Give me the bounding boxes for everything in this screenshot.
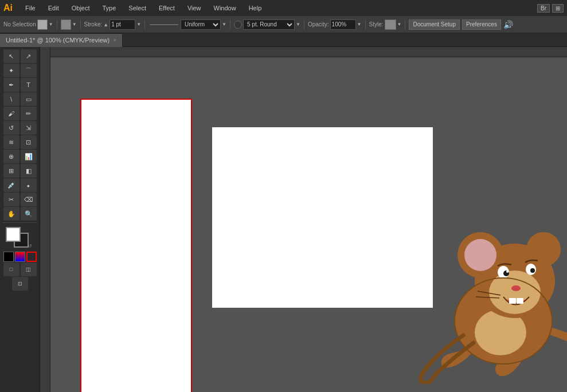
hand-tool[interactable]: ✋ <box>3 207 19 221</box>
tab-bar: Untitled-1* @ 100% (CMYK/Preview) × <box>0 33 567 47</box>
stroke-group: Stroke: ▲ ▼ <box>84 19 146 30</box>
svg-point-14 <box>511 285 521 291</box>
eraser-tool[interactable]: ⌫ <box>21 193 37 206</box>
screen-mode-btn[interactable]: ⊡ <box>12 277 28 291</box>
doc-setup-button[interactable]: Document Setup <box>409 19 460 30</box>
scissors-tool[interactable]: ✂ <box>3 193 19 206</box>
rect-tool[interactable]: ▭ <box>21 92 37 106</box>
line-tool[interactable]: \ <box>3 92 19 106</box>
zoom-tool[interactable]: 🔍 <box>21 207 37 221</box>
tool-row-7: ≋ ⊡ <box>3 135 37 149</box>
opacity-group: Opacity: ▼ <box>308 19 366 30</box>
pencil-tool[interactable]: ✏ <box>21 107 37 120</box>
horizontal-ruler <box>40 47 567 57</box>
stroke-label: Stroke: <box>84 21 103 28</box>
style-swatch[interactable] <box>385 19 396 30</box>
tool-row-6: ↺ ⇲ <box>3 121 37 135</box>
menu-object[interactable]: Object <box>69 3 92 13</box>
tab-close-button[interactable]: × <box>113 37 116 44</box>
workspace-icon[interactable]: ⊞ <box>552 4 564 13</box>
stroke-style-select[interactable]: Uniform <box>181 19 221 30</box>
tool-row-5: 🖌 ✏ <box>3 107 37 120</box>
jerry-illustration <box>389 212 567 384</box>
tab-title: Untitled-1* @ 100% (CMYK/Preview) <box>6 37 110 44</box>
svg-rect-16 <box>517 298 523 304</box>
column-graph-tool[interactable]: 📊 <box>21 150 37 163</box>
selection-label: No Selection <box>3 21 36 28</box>
tool-row-8: ⊕ 📊 <box>3 150 37 163</box>
ai-logo: Ai <box>3 3 13 13</box>
pen-tool[interactable]: ✒ <box>3 78 19 92</box>
menu-type[interactable]: Type <box>100 3 119 13</box>
menu-select[interactable]: Select <box>126 3 148 13</box>
stroke-style-group: Uniform ▼ <box>148 19 230 30</box>
selection-group: No Selection ▼ <box>3 19 57 30</box>
menu-effect[interactable]: Effect <box>157 3 177 13</box>
selection-tool[interactable]: ↖ <box>3 49 19 63</box>
scale-tool[interactable]: ⇲ <box>21 121 37 135</box>
toolbox: ↖ ↗ ✦ ⌒ ✒ T \ ▭ 🖌 ✏ ↺ ⇲ ≋ ⊡ ⊕ 📊 <box>0 47 40 392</box>
warp-tool[interactable]: ≋ <box>3 135 19 149</box>
stroke-up-arrow[interactable]: ▲ <box>103 22 108 28</box>
brush-dropdown[interactable]: ▼ <box>296 22 300 27</box>
free-transform-tool[interactable]: ⊡ <box>21 135 37 149</box>
gradient-swatch[interactable] <box>15 252 25 262</box>
normal-mode-btn[interactable]: □ <box>3 262 19 276</box>
eyedropper-tool[interactable]: 💉 <box>3 178 19 192</box>
svg-rect-15 <box>509 298 516 304</box>
canvas-area[interactable] <box>40 47 567 392</box>
mesh-tool[interactable]: ⊞ <box>3 164 19 178</box>
tool-row-11: ✂ ⌫ <box>3 193 37 206</box>
bridge-icon[interactable]: Br <box>537 4 550 13</box>
foreground-color-swatch[interactable] <box>6 227 21 242</box>
direct-selection-tool[interactable]: ↗ <box>21 49 37 63</box>
toolbar: No Selection ▼ ▼ Stroke: ▲ ▼ Uniform ▼ 5… <box>0 16 567 33</box>
color-dropdown[interactable]: ▼ <box>72 22 77 27</box>
preferences-button[interactable]: Preferences <box>462 19 501 30</box>
menu-help[interactable]: Help <box>247 3 264 13</box>
color-area: ↺ <box>6 227 34 250</box>
no-fill-swatch[interactable] <box>26 252 37 262</box>
style-dropdown[interactable]: ▼ <box>397 22 402 27</box>
menu-edit[interactable]: Edit <box>46 3 61 13</box>
fill-swatch[interactable] <box>37 19 48 30</box>
tool-row-1: ↖ ↗ <box>3 49 37 63</box>
svg-point-4 <box>464 239 496 271</box>
svg-point-10 <box>530 268 535 273</box>
none-swatch[interactable] <box>3 252 14 262</box>
view-mode-row: □ ◫ <box>3 262 37 276</box>
menu-file[interactable]: File <box>23 3 38 13</box>
fill-dropdown[interactable]: ▼ <box>49 22 53 27</box>
style-label: Style: <box>369 21 384 28</box>
artboard <box>80 99 192 392</box>
lasso-tool[interactable]: ⌒ <box>21 64 37 77</box>
magic-wand-tool[interactable]: ✦ <box>3 64 19 77</box>
gradient-tool[interactable]: ◧ <box>21 164 37 178</box>
draw-behind-btn[interactable]: ◫ <box>21 262 37 276</box>
menu-view[interactable]: View <box>185 3 204 13</box>
tool-row-3: ✒ T <box>3 78 37 92</box>
brush-select[interactable]: 5 pt. Round <box>243 19 295 30</box>
tool-row-10: 💉 ⬥ <box>3 178 37 192</box>
tool-divider <box>3 222 37 223</box>
opacity-dropdown[interactable]: ▼ <box>357 22 362 27</box>
stroke-input[interactable] <box>110 19 135 30</box>
stroke-style-dropdown[interactable]: ▼ <box>222 22 226 27</box>
document-tab[interactable]: Untitled-1* @ 100% (CMYK/Preview) × <box>0 33 123 47</box>
type-tool[interactable]: T <box>21 78 37 92</box>
opacity-input[interactable] <box>330 19 356 30</box>
rotate-tool[interactable]: ↺ <box>3 121 19 135</box>
svg-point-11 <box>506 271 509 273</box>
tool-row-4: \ ▭ <box>3 92 37 106</box>
stroke-dropdown[interactable]: ▼ <box>136 22 141 27</box>
screen-mode-row: ⊡ <box>12 277 28 291</box>
color-box[interactable] <box>61 19 71 30</box>
brush-group: 5 pt. Round ▼ <box>234 19 304 30</box>
blend-tool[interactable]: ⬥ <box>21 178 37 192</box>
symbol-sprayer-tool[interactable]: ⊕ <box>3 150 19 163</box>
color-reset-icon[interactable]: ↺ <box>26 242 34 250</box>
paintbrush-tool[interactable]: 🖌 <box>3 107 19 120</box>
speaker-icon[interactable]: 🔊 <box>503 20 513 29</box>
main-area: ↖ ↗ ✦ ⌒ ✒ T \ ▭ 🖌 ✏ ↺ ⇲ ≋ ⊡ ⊕ 📊 <box>0 47 567 392</box>
menu-window[interactable]: Window <box>212 3 238 13</box>
